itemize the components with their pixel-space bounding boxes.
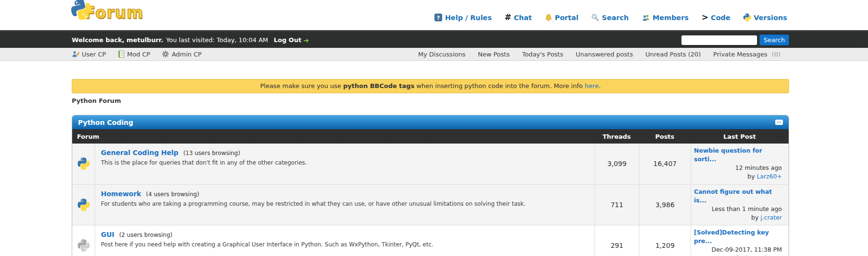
notice-here-link[interactable]: here	[585, 82, 599, 89]
forum-posts-count: 3,986	[639, 185, 691, 225]
forum-threads-count: 711	[594, 185, 639, 225]
my-discussions-link[interactable]: My Discussions	[418, 51, 465, 58]
gear-icon	[162, 50, 169, 58]
search-button[interactable]: Search	[759, 34, 789, 45]
toolbar-right: My Discussions New Posts Today's Posts U…	[418, 51, 780, 58]
forum-link[interactable]: GUI	[101, 231, 114, 238]
new-posts-link[interactable]: New Posts	[478, 51, 509, 58]
nav-versions[interactable]: Versions	[743, 13, 787, 22]
nav-label: Members	[653, 14, 689, 22]
toolbar-label: Unread Posts (20)	[645, 51, 701, 58]
forum-description: For students who are taking a programmin…	[101, 200, 526, 207]
toolbar-label: Unanswered posts	[576, 51, 633, 58]
toolbar-label: Mod CP	[127, 51, 150, 58]
toolbar-label: Private Messages	[713, 51, 767, 58]
nav-label: Help / Rules	[445, 14, 492, 22]
nav-label: Portal	[555, 14, 578, 22]
forum-row-homework: Homework (4 users browsing) For students…	[72, 184, 789, 225]
forum-row-gui: GUI (2 users browsing) Post here if you …	[72, 225, 789, 256]
bbcode-notice-banner: Please make sure you use python BBCode t…	[72, 79, 789, 93]
last-post-user-link[interactable]: j.crater	[760, 214, 782, 221]
last-post-author: by Larz60+	[747, 172, 782, 181]
nav-label: Versions	[754, 14, 787, 22]
mod-cp-link[interactable]: Mod CP	[118, 50, 150, 58]
column-header-threads: Threads	[594, 133, 639, 140]
toolbar-label: User CP	[82, 51, 106, 58]
forum-description: Post here if you need help with creating…	[101, 241, 433, 248]
toolbar-label: My Discussions	[418, 51, 465, 58]
table-header-row: Forum Threads Posts Last Post	[72, 129, 789, 144]
forum-posts-count: 16,407	[639, 144, 691, 184]
nav-portal[interactable]: Portal	[545, 14, 578, 22]
logout-link[interactable]: Log Out	[274, 36, 302, 44]
forum-status-unread-icon	[72, 185, 95, 225]
green-arrow-icon: ➜	[303, 36, 309, 44]
last-post-author: by j.crater	[751, 213, 782, 222]
last-post-time: Less than 1 minute ago	[712, 205, 782, 213]
logo-text: Forum	[85, 3, 143, 22]
last-post-link[interactable]: [Solved]Detecting key pre...	[694, 228, 782, 245]
category-title: Python Coding	[78, 119, 133, 126]
toolbar-label: Admin CP	[172, 51, 201, 58]
column-header-posts: Posts	[639, 133, 691, 140]
search-input[interactable]	[681, 35, 757, 45]
last-post-time: Dec-09-2017, 11:38 PM	[712, 245, 782, 254]
column-header-last-post: Last Post	[691, 133, 789, 140]
forum-browsing-count: (2 users browsing)	[119, 232, 172, 238]
notice-text: when inserting python code into the foru…	[414, 82, 584, 89]
nav-label: Chat	[514, 14, 532, 22]
forum-link[interactable]: Homework	[101, 190, 141, 198]
admin-cp-link[interactable]: Admin CP	[162, 50, 201, 58]
python-forum-page: Forum ? Help / Rules # Chat Portal Searc…	[0, 0, 868, 256]
pm-count: (0)	[772, 51, 780, 58]
forum-threads-count: 3,099	[594, 144, 639, 184]
main-content: Please make sure you use python BBCode t…	[72, 79, 789, 256]
nav-code[interactable]: > Code	[702, 13, 730, 22]
last-visited-text: You last visited: Today, 10:04 AM	[166, 36, 268, 44]
nav-search[interactable]: Search	[591, 13, 628, 22]
user-cp-link[interactable]: User CP	[72, 50, 106, 58]
top-navigation: ? Help / Rules # Chat Portal Search Memb…	[434, 13, 787, 22]
svg-text:?: ?	[437, 15, 440, 21]
forum-description: This is the place for queries that don't…	[101, 159, 307, 166]
hash-glyph-icon: #	[505, 13, 511, 22]
forum-browsing-count: (13 users browsing)	[183, 150, 240, 156]
notebook-icon	[118, 50, 125, 58]
breadcrumb-python-forum[interactable]: Python Forum	[72, 97, 121, 104]
bell-icon	[545, 14, 552, 22]
nav-chat[interactable]: # Chat	[505, 13, 532, 22]
greater-than-glyph-icon: >	[702, 13, 708, 22]
welcome-greeting: Welcome back, metulburr.	[72, 36, 163, 44]
nav-help-rules[interactable]: ? Help / Rules	[434, 13, 492, 22]
last-post-link[interactable]: Cannot figure out what is...	[694, 188, 782, 205]
forum-row-general-coding-help: General Coding Help (13 users browsing) …	[72, 144, 789, 184]
forum-status-read-icon	[72, 225, 95, 256]
collapse-toggle-icon[interactable]	[775, 120, 783, 125]
nav-label: Search	[602, 14, 628, 22]
unread-posts-link[interactable]: Unread Posts (20)	[645, 51, 701, 58]
notice-text: .	[599, 82, 601, 89]
nav-label: Code	[711, 14, 730, 22]
forum-link[interactable]: General Coding Help	[101, 149, 178, 156]
forum-logo[interactable]: Forum	[71, 0, 143, 22]
forum-status-unread-icon	[72, 144, 95, 184]
category-python-coding: Python Coding Forum Threads Posts Last P…	[72, 115, 789, 256]
notice-bold-text: python BBCode tags	[343, 82, 414, 89]
last-post-user-link[interactable]: Larz60+	[757, 173, 782, 180]
last-post-link[interactable]: Newbie question for sorti...	[694, 146, 782, 164]
question-book-icon: ?	[434, 13, 442, 22]
breadcrumb: Python Forum	[72, 96, 789, 104]
site-header: Forum ? Help / Rules # Chat Portal Searc…	[0, 0, 868, 30]
notice-text: Please make sure you use	[260, 82, 343, 89]
unanswered-posts-link[interactable]: Unanswered posts	[576, 51, 633, 58]
welcome-bar: Welcome back, metulburr. You last visite…	[0, 30, 868, 48]
forum-browsing-count: (4 users browsing)	[146, 191, 199, 198]
nav-members[interactable]: Members	[642, 14, 689, 22]
forum-posts-count: 1,209	[639, 225, 691, 256]
people-icon	[642, 14, 650, 22]
last-post-time: 12 minutes ago	[735, 164, 782, 172]
todays-posts-link[interactable]: Today's Posts	[522, 51, 563, 58]
private-messages-link[interactable]: Private Messages (0)	[713, 51, 780, 58]
user-edit-icon	[72, 50, 79, 58]
toolbar-label: New Posts	[478, 51, 509, 58]
